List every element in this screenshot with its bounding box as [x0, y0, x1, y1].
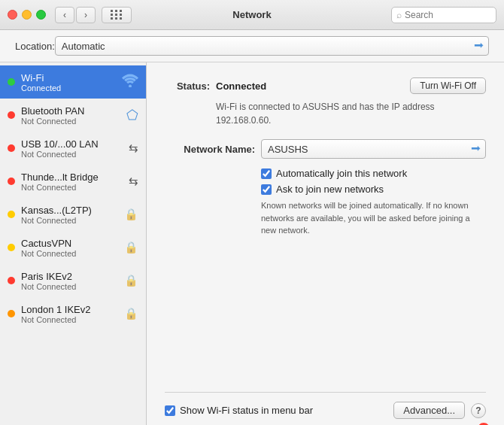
traffic-lights — [8, 10, 46, 20]
location-select-wrap: Automatic Edit Locations... ⮕ — [55, 36, 489, 56]
right-panel: Status: Connected Turn Wi-Fi Off Wi-Fi i… — [147, 62, 504, 425]
nav-buttons: ‹ › — [55, 7, 96, 23]
net-name-thunderbolt: Thunde...lt Bridge — [21, 172, 126, 183]
status-dot-paris — [8, 277, 15, 284]
location-select[interactable]: Automatic Edit Locations... — [55, 36, 489, 56]
ask-join-row: Ask to join new networks — [261, 184, 486, 195]
net-status-bluetooth-pan: Not Connected — [21, 117, 123, 126]
status-label: Status: — [165, 80, 210, 92]
ethernet-icon-thunderbolt: ⇆ — [129, 175, 138, 188]
search-icon: ⌕ — [396, 10, 402, 20]
svg-point-0 — [129, 85, 132, 88]
vpn-icon-kansas: 🔒 — [124, 208, 138, 221]
status-row: Status: Connected Turn Wi-Fi Off — [165, 77, 486, 94]
status-dot-bluetooth-pan — [8, 111, 15, 119]
sidebar-item-thunderbolt[interactable]: Thunde...lt Bridge Not Connected ⇆ — [0, 165, 146, 198]
net-name-usb-lan: USB 10/...00 LAN — [21, 138, 126, 150]
status-dot-kansas — [8, 211, 15, 218]
net-status-cactusvpn: Not Connected — [21, 249, 121, 258]
vpn-icon-cactusvpn: 🔒 — [124, 241, 138, 254]
ask-join-label[interactable]: Ask to join new networks — [276, 184, 384, 195]
ask-join-description: Known networks will be joined automatica… — [261, 199, 486, 237]
net-status-paris: Not Connected — [21, 282, 121, 291]
net-status-thunderbolt: Not Connected — [21, 183, 126, 192]
status-dot-london — [8, 310, 15, 317]
net-name-wifi: Wi-Fi — [21, 72, 119, 83]
sidebar-item-london[interactable]: London 1 IKEv2 Not Connected 🔒 — [0, 297, 146, 330]
net-name-kansas: Kansas...(L2TP) — [21, 205, 121, 216]
network-name-select[interactable]: ASUSHS — [261, 139, 486, 159]
wifi-icon — [122, 74, 138, 90]
show-status-row: Show Wi-Fi status in menu bar — [165, 405, 313, 416]
sidebar-item-bluetooth-pan[interactable]: Bluetooth PAN Not Connected ⬠ — [0, 99, 146, 132]
grid-icon — [111, 10, 123, 20]
network-list: Wi-Fi Connected Bluetooth PAN — [0, 62, 146, 425]
net-name-paris: Paris IKEv2 — [21, 271, 121, 282]
status-dot-cactusvpn — [8, 244, 15, 251]
action-row: Revert Apply 12 — [165, 419, 486, 425]
auto-join-checkbox[interactable] — [261, 168, 272, 179]
auto-join-row: Automatically join this network — [261, 168, 486, 179]
location-label: Location: — [15, 41, 55, 52]
status-dot-wifi — [8, 78, 15, 86]
search-input[interactable] — [405, 10, 491, 20]
maximize-button[interactable] — [36, 10, 46, 20]
sidebar-item-usb-lan[interactable]: USB 10/...00 LAN Not Connected ⇆ — [0, 132, 146, 165]
net-name-london: London 1 IKEv2 — [21, 304, 121, 315]
network-name-label: Network Name: — [165, 144, 255, 155]
sidebar-item-paris[interactable]: Paris IKEv2 Not Connected 🔒 — [0, 264, 146, 297]
vpn-icon-paris: 🔒 — [124, 274, 138, 287]
show-status-checkbox[interactable] — [165, 405, 175, 416]
bluetooth-icon: ⬠ — [126, 107, 138, 123]
forward-button[interactable]: › — [76, 7, 96, 23]
status-dot-thunderbolt — [8, 178, 15, 185]
status-description: Wi-Fi is connected to ASUSHS and has the… — [216, 100, 486, 127]
sidebar-item-wifi[interactable]: Wi-Fi Connected — [0, 65, 146, 99]
net-status-kansas: Not Connected — [21, 216, 121, 225]
advanced-button[interactable]: Advanced... — [393, 402, 465, 419]
help-button[interactable]: ? — [471, 403, 486, 418]
turn-wifi-off-button[interactable]: Turn Wi-Fi Off — [410, 77, 486, 94]
main-content: Wi-Fi Connected Bluetooth PAN — [0, 62, 504, 425]
minimize-button[interactable] — [22, 10, 32, 20]
net-name-cactusvpn: CactusVPN — [21, 238, 121, 249]
network-name-row: Network Name: ASUSHS ⮕ — [165, 139, 486, 159]
close-button[interactable] — [8, 10, 17, 20]
sidebar-item-kansas[interactable]: Kansas...(L2TP) Not Connected 🔒 — [0, 198, 146, 231]
net-status-usb-lan: Not Connected — [21, 150, 126, 159]
net-name-bluetooth-pan: Bluetooth PAN — [21, 105, 123, 117]
auto-join-label[interactable]: Automatically join this network — [276, 168, 407, 179]
sidebar-item-cactusvpn[interactable]: CactusVPN Not Connected 🔒 — [0, 231, 146, 264]
spacer — [165, 243, 486, 393]
window-title: Network — [232, 9, 271, 20]
status-dot-usb-lan — [8, 144, 15, 152]
back-button[interactable]: ‹ — [55, 7, 74, 23]
bottom-row: Show Wi-Fi status in menu bar Advanced..… — [165, 392, 486, 419]
apply-badge: 12 — [477, 422, 490, 425]
titlebar: ‹ › Network ⌕ — [0, 0, 504, 30]
show-status-label[interactable]: Show Wi-Fi status in menu bar — [180, 405, 313, 416]
grid-button[interactable] — [102, 7, 132, 23]
ethernet-icon-usb: ⇆ — [129, 141, 138, 155]
vpn-icon-london: 🔒 — [124, 307, 138, 320]
net-status-wifi: Connected — [21, 83, 119, 93]
sidebar: Wi-Fi Connected Bluetooth PAN — [0, 62, 147, 425]
status-value: Connected — [216, 80, 266, 92]
location-bar: Location: Automatic Edit Locations... ⮕ — [0, 30, 504, 62]
bottom-right-buttons: Advanced... ? — [393, 402, 486, 419]
search-box[interactable]: ⌕ — [391, 7, 496, 23]
net-status-london: Not Connected — [21, 315, 121, 324]
ask-join-checkbox[interactable] — [261, 184, 272, 195]
